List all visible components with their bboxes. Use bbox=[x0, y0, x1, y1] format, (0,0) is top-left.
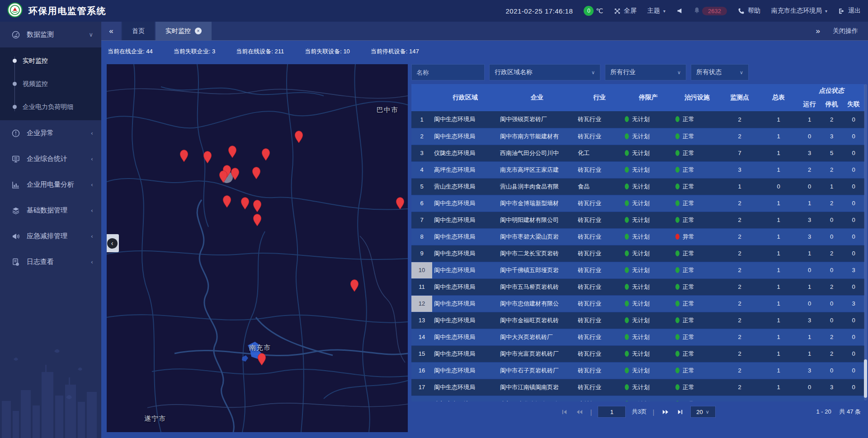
sidebar-item-label: 企业用电量分析 bbox=[27, 180, 74, 189]
close-operations-button[interactable]: 关闭操作 bbox=[833, 27, 858, 35]
sidebar-item-log-view[interactable]: 日志查看 ‹ bbox=[0, 249, 101, 275]
table-row[interactable]: 18 南部生态环境局 南部县砌华山河有限公 建材加工 无计划 正常 6 2 3 … bbox=[411, 396, 864, 401]
running-count-cell: 3 bbox=[798, 228, 821, 245]
sidebar-item-realtime-monitor[interactable]: 实时监控 bbox=[0, 49, 101, 72]
region-cell: 阆中生态环境局 bbox=[432, 128, 498, 145]
chevron-down-icon: ∨ bbox=[591, 70, 595, 75]
stopped-count-cell: 2 bbox=[821, 329, 843, 345]
table-row[interactable]: 6 阆中生态环境局 阆中市金博瑞新型墙材 砖瓦行业 无计划 正常 2 1 1 2… bbox=[411, 195, 864, 212]
facility-status-label: 正常 bbox=[683, 283, 694, 290]
limit-status-dot-icon bbox=[625, 234, 629, 240]
sidebar-item-company-abnormal[interactable]: 企业异常 ‹ bbox=[0, 120, 101, 146]
company-cell: 阆中千佛镇五郎垭页岩 bbox=[498, 262, 576, 278]
scrollbar-thumb[interactable] bbox=[864, 359, 867, 398]
map-panel[interactable]: 巴中市南充市遂宁市 ‹ bbox=[107, 64, 408, 432]
facility-status-dot-icon bbox=[675, 301, 679, 306]
table-row[interactable]: 11 阆中生态环境局 阆中市五马桥页岩机砖 砖瓦行业 无计划 正常 2 1 1 … bbox=[411, 278, 864, 295]
table-row[interactable]: 13 阆中生态环境局 阆中市金福旺页岩机砖 砖瓦行业 无计划 正常 2 1 3 … bbox=[411, 312, 864, 329]
row-index-cell: 16 bbox=[411, 362, 432, 379]
chevron-left-icon: ‹ bbox=[107, 238, 118, 249]
close-tab-icon[interactable]: × bbox=[195, 28, 202, 34]
page-number-input[interactable] bbox=[598, 406, 626, 418]
table-row[interactable]: 10 阆中生态环境局 阆中千佛镇五郎垭页岩 砖瓦行业 无计划 正常 2 1 0 … bbox=[411, 262, 864, 278]
logout-label: 退出 bbox=[848, 7, 861, 15]
map-collapse-button[interactable]: ‹ bbox=[107, 234, 119, 252]
region-filter-select[interactable]: 行政区域名称 ∨ bbox=[489, 64, 600, 80]
stat-item: 当前失联设备10 bbox=[305, 47, 350, 56]
industry-cell: 砖瓦行业 bbox=[576, 195, 623, 212]
bell-icon bbox=[693, 7, 700, 15]
theme-dropdown[interactable]: 主题 ▾ bbox=[647, 7, 665, 15]
running-count-cell: 3 bbox=[798, 145, 821, 161]
tab-realtime-monitor[interactable]: 实时监控 × bbox=[156, 22, 212, 40]
topbar: 环保用电监管系统 2021-02-25 17:46:18 0 ℃ 全屏 主题 ▾ bbox=[0, 0, 868, 22]
monitor-points-cell: 2 bbox=[721, 111, 759, 128]
theme-label: 主题 bbox=[647, 7, 660, 15]
first-page-button[interactable] bbox=[560, 409, 569, 415]
sidebar-item-power-analysis[interactable]: 企业用电量分析 ‹ bbox=[0, 172, 101, 198]
tabs-scroll-right-button[interactable]: » bbox=[816, 27, 820, 36]
sidebar-item-company-statistics[interactable]: 企业综合统计 ‹ bbox=[0, 146, 101, 172]
table-row[interactable]: 1 阆中生态环境局 阆中强锐页岩砖厂 砖瓦行业 无计划 正常 2 1 1 2 0 bbox=[411, 111, 864, 128]
stopped-count-cell: 0 bbox=[821, 362, 843, 379]
logout-button[interactable]: 退出 bbox=[838, 7, 861, 15]
industry-filter-select[interactable]: 所有行业 ∨ bbox=[605, 64, 686, 80]
sidebar-item-video-monitor[interactable]: 视频监控 bbox=[0, 72, 101, 95]
mute-button[interactable] bbox=[676, 8, 683, 14]
select-value: 行政区域名称 bbox=[495, 68, 533, 76]
page-size-select[interactable]: 20 ∨ bbox=[690, 406, 716, 418]
limit-status-dot-icon bbox=[625, 334, 629, 340]
limit-status-dot-icon bbox=[625, 133, 629, 139]
table-row[interactable]: 15 阆中生态环境局 阆中市光富页岩机砖厂 砖瓦行业 无计划 正常 2 1 1 … bbox=[411, 345, 864, 362]
alert-circle-icon bbox=[11, 129, 20, 138]
region-cell: 营山生态环境局 bbox=[432, 178, 498, 195]
row-index-cell: 12 bbox=[411, 295, 432, 312]
sidebar-item-power-load-detail[interactable]: 企业电力负荷明细 bbox=[0, 95, 101, 118]
tabs-scroll-left-button[interactable]: « bbox=[101, 22, 121, 40]
tab-home[interactable]: 首页 bbox=[122, 22, 155, 40]
next-page-button[interactable] bbox=[660, 409, 670, 415]
total-meter-cell: 1 bbox=[759, 362, 798, 379]
prev-page-button[interactable] bbox=[575, 409, 584, 415]
industry-cell: 砖瓦行业 bbox=[576, 278, 623, 295]
row-index-cell: 14 bbox=[411, 329, 432, 345]
table-row[interactable]: 12 阆中生态环境局 阆中市忠信建材有限公 砖瓦行业 无计划 正常 2 1 0 … bbox=[411, 295, 864, 312]
limit-status-label: 无计划 bbox=[632, 283, 650, 290]
range-label: 1 - 20 bbox=[816, 408, 831, 415]
table-row[interactable]: 3 仪陇生态环境局 西南油气田分公司川中 化工 无计划 正常 7 1 3 5 0 bbox=[411, 145, 864, 161]
topbar-right: 2021-02-25 17:46:18 0 ℃ 全屏 主题 ▾ bbox=[505, 6, 861, 16]
limit-status-dot-icon bbox=[625, 351, 629, 357]
name-filter-input[interactable] bbox=[411, 64, 485, 80]
table-row[interactable]: 2 阆中生态环境局 阆中市南方节能建材有 砖瓦行业 无计划 正常 2 1 0 3… bbox=[411, 128, 864, 145]
table-row[interactable]: 8 阆中生态环境局 阆中市枣碧大梁山页岩 砖瓦行业 无计划 异常 2 1 3 0… bbox=[411, 228, 864, 245]
table-scrollbar[interactable] bbox=[864, 84, 867, 400]
sidebar-item-emergency-reduction[interactable]: 应急减排管理 ‹ bbox=[0, 223, 101, 249]
table-row[interactable]: 5 营山生态环境局 营山县润丰肉食品有限 食品 无计划 正常 1 0 0 1 0 bbox=[411, 178, 864, 195]
table-row[interactable]: 16 阆中生态环境局 阆中市石子页岩机砖厂 砖瓦行业 无计划 正常 2 1 3 … bbox=[411, 362, 864, 379]
company-cell: 阆中明阳建材有限公司 bbox=[498, 212, 576, 228]
limit-status-dot-icon bbox=[625, 267, 629, 273]
table-row[interactable]: 17 阆中生态环境局 阆中市江南镇阆南页岩 砖瓦行业 无计划 正常 2 1 0 … bbox=[411, 379, 864, 396]
org-dropdown[interactable]: 南充市生态环境局 ▾ bbox=[771, 7, 827, 15]
table-row[interactable]: 7 阆中生态环境局 阆中明阳建材有限公司 砖瓦行业 无计划 正常 2 1 3 0… bbox=[411, 212, 864, 228]
table-row[interactable]: 14 阆中生态环境局 阆中大兴页岩机砖厂 砖瓦行业 无计划 正常 2 1 1 2… bbox=[411, 329, 864, 345]
monitor-points-cell: 1 bbox=[721, 178, 759, 195]
facility-status-label: 正常 bbox=[683, 133, 694, 140]
table-row[interactable]: 9 阆中生态环境局 阆中市二龙长宝页岩砖 砖瓦行业 无计划 正常 2 1 1 2… bbox=[411, 245, 864, 262]
status-filter-select[interactable]: 所有状态 ∨ bbox=[691, 64, 749, 80]
megaphone-icon bbox=[11, 232, 20, 241]
running-count-cell: 1 bbox=[798, 278, 821, 295]
limit-status-dot-icon bbox=[625, 184, 629, 189]
sidebar-item-data-monitoring[interactable]: 数据监测 ∨ bbox=[0, 22, 101, 47]
help-button[interactable]: 帮助 bbox=[738, 7, 760, 15]
offline-count-cell: 0 bbox=[843, 128, 864, 145]
table-row[interactable]: 4 高坪生态环境局 南充市高坪区王家店建 砖瓦行业 无计划 正常 3 1 2 2… bbox=[411, 161, 864, 178]
notification-bell[interactable]: 2632 bbox=[693, 7, 727, 15]
industry-cell: 砖瓦行业 bbox=[576, 161, 623, 178]
fullscreen-button[interactable]: 全屏 bbox=[614, 7, 637, 15]
content: 当前在线企业44 当前失联企业3 当前在线设备211 当前失联设备10 当前停机… bbox=[101, 41, 868, 438]
sidebar-item-base-data[interactable]: 基础数据管理 ‹ bbox=[0, 198, 101, 223]
bullet-dot-icon bbox=[13, 59, 17, 63]
offline-count-cell: 0 bbox=[843, 379, 864, 396]
last-page-button[interactable] bbox=[676, 409, 684, 415]
